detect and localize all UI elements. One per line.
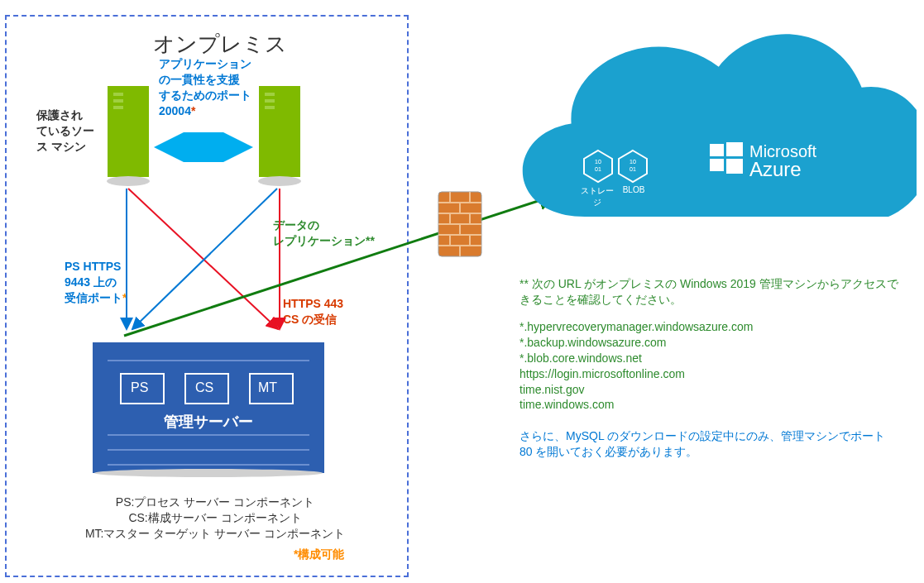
port20004-l2: の一貫性を支援 (159, 72, 266, 88)
port20004-l3: するためのポート (159, 88, 266, 103)
svg-rect-2 (113, 93, 123, 96)
management-server-icon (93, 342, 324, 478)
legend-mt: MT:マスター ターゲット サーバー コンポーネント (83, 526, 347, 542)
legend-cs: CS:構成サーバー コンポーネント (83, 510, 347, 526)
double-arrow-icon (154, 132, 253, 162)
url-intro-note: ** 次の URL がオンプレミスの Windows 2019 管理マシンからア… (519, 276, 900, 308)
svg-text:10: 10 (595, 159, 601, 165)
port20004-ast: * (191, 104, 195, 117)
svg-rect-4 (113, 106, 123, 109)
azure-logo-icon (708, 141, 744, 177)
storage-label: ストレージ (577, 185, 617, 208)
ps-port-l2: 9443 上の (65, 275, 127, 290)
svg-rect-47 (726, 142, 743, 156)
storage-hex-icon: 10 01 (582, 149, 614, 184)
ps-port-l3t: 受信ポート (65, 291, 122, 304)
url-list: *.hypervrecoverymanager.windowsazure.com… (519, 319, 900, 413)
svg-text:01: 01 (630, 166, 636, 172)
blob-label: BLOB (617, 185, 650, 194)
svg-point-6 (258, 176, 301, 186)
server-icon-2 (255, 86, 304, 189)
url2: *.backup.windowsazure.com (519, 335, 900, 351)
mgmt-server-label: 管理サーバー (164, 412, 253, 432)
svg-point-12 (94, 469, 323, 477)
mysql-note: さらに、MySQL のダウンロードの設定中にのみ、管理マシンでポート 80 を開… (519, 428, 900, 460)
port-20004-label: アプリケーション の一貫性を支援 するためのポート 20004* (159, 56, 266, 119)
azure-cloud-icon (486, 18, 917, 258)
port20004-num: 20004 (159, 104, 191, 117)
url6: time.windows.com (519, 397, 900, 413)
azure-brand2: Azure (749, 158, 816, 181)
svg-rect-8 (265, 99, 275, 103)
data-replication-label: データの レプリケーション** (273, 217, 375, 249)
legend: PS:プロセス サーバー コンポーネント CS:構成サーバー コンポーネント M… (83, 495, 347, 542)
svg-rect-3 (113, 99, 123, 103)
protected-machine-label: 保護され ているソー ス マシン (36, 108, 103, 155)
ps-port-label: PS HTTPS 9443 上の 受信ポート* (65, 259, 127, 306)
server-icon-1 (103, 86, 153, 189)
svg-rect-48 (710, 159, 724, 171)
data-repl-l1: データの (273, 217, 375, 233)
svg-rect-11 (93, 342, 324, 473)
ps-port-l1: PS HTTPS (65, 259, 127, 275)
box-cs-label: CS (195, 380, 213, 395)
https443-l1: HTTPS 443 (283, 296, 343, 312)
ps-port-l3: 受信ポート* (65, 290, 127, 306)
https-443-label: HTTPS 443 CS の受信 (283, 296, 343, 327)
ps-port-ast: * (122, 291, 127, 304)
url5: time.nist.gov (519, 382, 900, 398)
svg-rect-9 (265, 106, 275, 109)
configurable-note: *構成可能 (294, 547, 344, 562)
firewall-icon (437, 190, 483, 261)
svg-text:01: 01 (595, 166, 601, 172)
svg-point-1 (107, 176, 150, 186)
url1: *.hypervrecoverymanager.windowsazure.com (519, 319, 900, 335)
data-repl-l2: レプリケーション** (273, 233, 375, 249)
box-mt-label: MT (258, 380, 277, 395)
svg-text:10: 10 (630, 159, 636, 165)
azure-brand: Microsoft Azure (749, 142, 816, 181)
port20004-l1: アプリケーション (159, 56, 266, 72)
url4: https://login.microsoftonline.com (519, 366, 900, 382)
port20004-l4: 20004* (159, 103, 266, 119)
https443-l2: CS の受信 (283, 312, 343, 327)
url3: *.blob.core.windows.net (519, 351, 900, 366)
svg-rect-49 (726, 159, 743, 174)
blob-hex-icon: 10 01 (617, 149, 649, 184)
onprem-title: オンプレミス (153, 30, 287, 59)
svg-rect-46 (710, 144, 724, 156)
svg-rect-7 (265, 93, 275, 96)
box-ps-label: PS (131, 380, 148, 395)
legend-ps: PS:プロセス サーバー コンポーネント (83, 495, 347, 510)
